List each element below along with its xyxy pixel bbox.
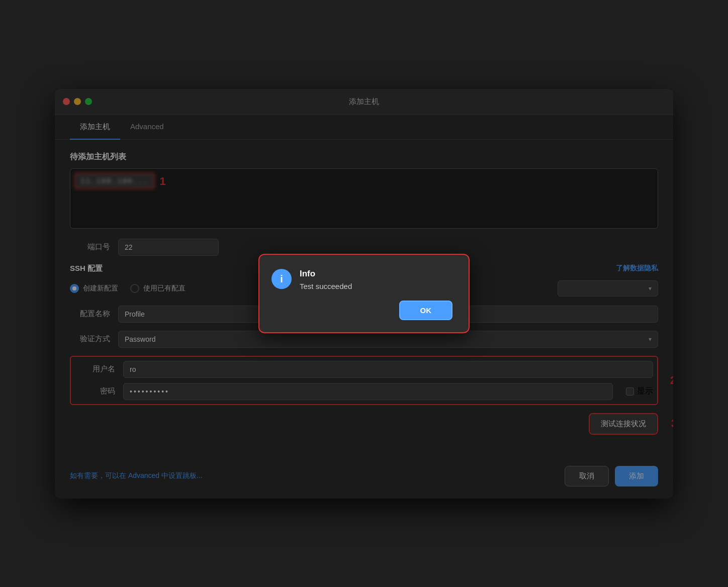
dialog-message: Test succeeded xyxy=(300,282,352,290)
info-dialog: i Info Test succeeded OK xyxy=(258,254,470,333)
info-icon: i xyxy=(271,269,292,289)
dialog-ok-button[interactable]: OK xyxy=(399,301,453,320)
dialog-overlay: i Info Test succeeded OK xyxy=(55,89,673,499)
main-window: 添加主机 添加主机 Advanced 待添加主机列表 11.100.100...… xyxy=(55,89,673,499)
dialog-header: i Info Test succeeded xyxy=(271,269,452,290)
dialog-title: Info xyxy=(300,269,352,279)
dialog-text: Info Test succeeded xyxy=(300,269,352,290)
dialog-footer: OK xyxy=(271,301,452,320)
